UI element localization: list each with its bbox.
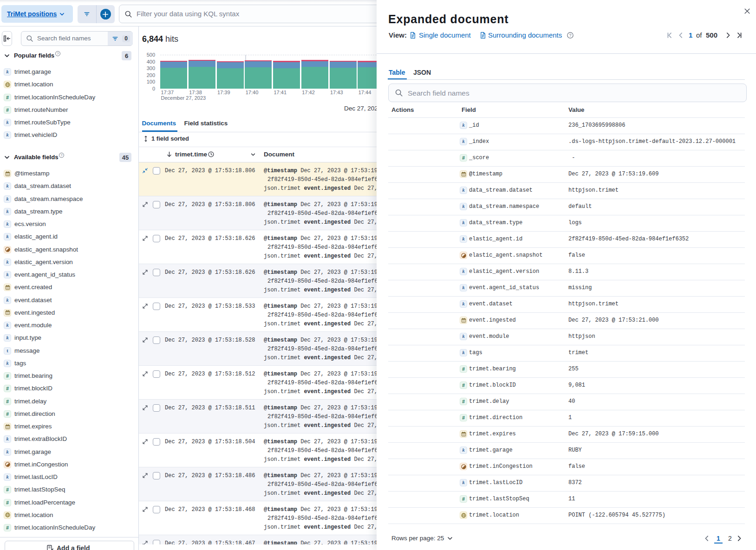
svg-text:?: ? [57,52,59,56]
svg-text:?: ? [60,153,62,157]
svg-text:?: ? [569,33,571,38]
